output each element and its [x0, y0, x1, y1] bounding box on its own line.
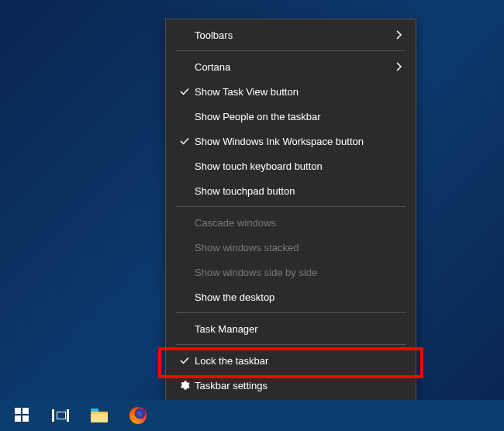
taskbar-context-menu: ToolbarsCortanaShow Task View buttonShow…	[165, 19, 416, 402]
menu-item-task-manager[interactable]: Task Manager	[167, 316, 415, 341]
menu-item-cascade-windows: Cascade windows	[167, 210, 415, 235]
svg-rect-3	[22, 415, 29, 422]
menu-item-label: Show the desktop	[195, 291, 402, 303]
menu-item-label: Lock the taskbar	[195, 355, 402, 367]
menu-item-label: Show People on the taskbar	[195, 111, 402, 122]
menu-item-label: Show Task View button	[195, 86, 402, 98]
taskbar	[0, 400, 504, 431]
menu-item-show-the-desktop[interactable]: Show the desktop	[167, 284, 415, 309]
menu-separator	[176, 206, 406, 207]
task-view-button[interactable]	[42, 400, 79, 431]
menu-item-taskbar-settings[interactable]: Taskbar settings	[167, 373, 415, 398]
chevron-right-icon	[390, 30, 402, 40]
windows-icon	[15, 408, 29, 424]
menu-item-label: Toolbars	[195, 29, 390, 41]
firefox-button[interactable]	[119, 400, 157, 431]
chevron-right-icon	[390, 62, 402, 71]
file-explorer-icon	[91, 409, 108, 422]
svg-rect-0	[15, 408, 21, 414]
menu-item-lock-the-taskbar[interactable]: Lock the taskbar	[167, 348, 415, 373]
menu-item-show-windows-stacked: Show windows stacked	[167, 235, 415, 260]
menu-item-toolbars[interactable]: Toolbars	[167, 22, 415, 47]
menu-item-label: Task Manager	[195, 323, 402, 335]
menu-item-label: Show windows side by side	[195, 267, 402, 278]
menu-separator	[176, 50, 406, 51]
menu-item-show-task-view-button[interactable]: Show Task View button	[167, 79, 415, 104]
svg-rect-1	[22, 408, 29, 414]
menu-item-label: Taskbar settings	[195, 380, 402, 391]
start-button[interactable]	[3, 400, 40, 431]
svg-rect-2	[15, 415, 21, 422]
menu-item-label: Cortana	[195, 61, 390, 73]
menu-separator	[176, 312, 406, 313]
menu-item-show-touch-keyboard-button[interactable]: Show touch keyboard button	[167, 153, 415, 178]
menu-item-show-people-on-the-taskbar[interactable]: Show People on the taskbar	[167, 104, 415, 129]
menu-item-label: Show touchpad button	[195, 185, 402, 197]
check-icon	[174, 136, 195, 147]
menu-item-label: Show touch keyboard button	[195, 160, 402, 172]
check-icon	[174, 355, 195, 366]
check-icon	[174, 86, 195, 97]
menu-item-label: Cascade windows	[195, 217, 402, 229]
menu-item-show-windows-side-by-side: Show windows side by side	[167, 260, 415, 284]
menu-item-cortana[interactable]: Cortana	[167, 54, 415, 79]
menu-item-label: Show windows stacked	[195, 242, 402, 253]
menu-item-show-touchpad-button[interactable]: Show touchpad button	[167, 178, 415, 203]
menu-item-show-windows-ink-workspace-button[interactable]: Show Windows Ink Workspace button	[167, 129, 415, 153]
menu-separator	[176, 344, 406, 345]
file-explorer-button[interactable]	[81, 400, 118, 431]
menu-item-label: Show Windows Ink Workspace button	[195, 136, 402, 147]
gear-icon	[174, 380, 195, 391]
firefox-icon	[129, 407, 147, 424]
task-view-icon	[52, 409, 69, 422]
